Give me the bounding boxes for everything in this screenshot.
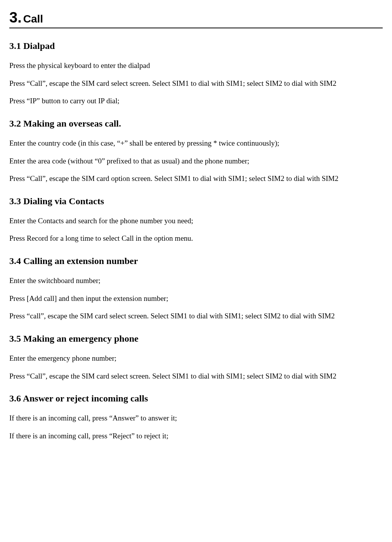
paragraph: If there is an incoming call, press “Ans… — [9, 413, 383, 423]
paragraph: Enter the country code (in this case, “+… — [9, 138, 383, 148]
paragraph: Press “call”, escape the SIM card select… — [9, 311, 383, 321]
chapter-number: 3. — [9, 9, 22, 26]
paragraph: Enter the switchboard number; — [9, 276, 383, 286]
paragraph: Press Record for a long time to select C… — [9, 233, 383, 243]
section-heading-3-1: 3.1 Dialpad — [9, 41, 383, 51]
paragraph: Enter the area code (without “0” prefixe… — [9, 156, 383, 166]
section-heading-3-2: 3.2 Making an overseas call. — [9, 118, 383, 129]
paragraph: If there is an incoming call, press “Rej… — [9, 431, 383, 441]
chapter-title: 3.Call — [9, 17, 43, 24]
paragraph: Press the physical keyboard to enter the… — [9, 61, 383, 71]
chapter-word: Call — [23, 13, 43, 25]
paragraph: Enter the emergency phone number; — [9, 353, 383, 363]
paragraph: Press “Call”, escape the SIM card option… — [9, 174, 383, 184]
section-heading-3-6: 3.6 Answer or reject incoming calls — [9, 393, 383, 404]
section-heading-3-5: 3.5 Making an emergency phone — [9, 334, 383, 344]
paragraph: Press [Add call] and then input the exte… — [9, 294, 383, 304]
paragraph: Enter the Contacts and search for the ph… — [9, 216, 383, 226]
section-heading-3-4: 3.4 Calling an extension number — [9, 256, 383, 266]
chapter-header: 3.Call — [9, 9, 383, 28]
paragraph: Press “Call”, escape the SIM card select… — [9, 371, 383, 381]
paragraph: Press “Call”, escape the SIM card select… — [9, 78, 383, 89]
section-heading-3-3: 3.3 Dialing via Contacts — [9, 196, 383, 207]
paragraph: Press “IP” button to carry out IP dial; — [9, 96, 383, 106]
